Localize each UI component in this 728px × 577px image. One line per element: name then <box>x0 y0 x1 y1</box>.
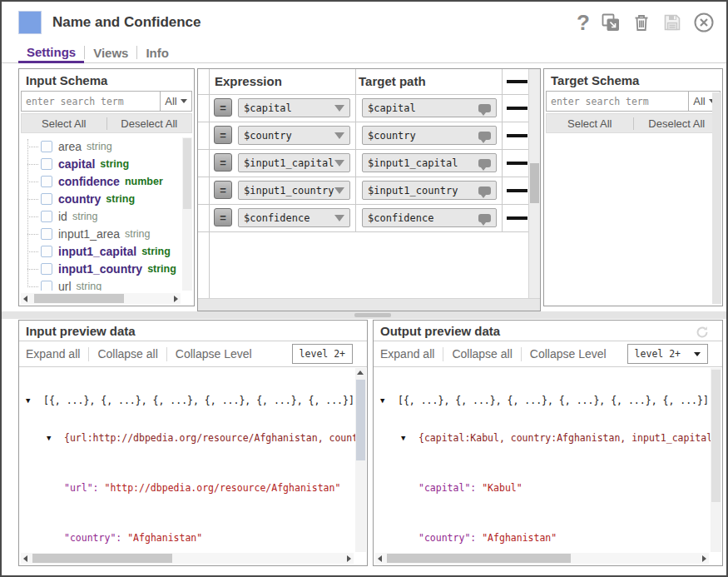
operator-button[interactable]: = <box>214 126 232 144</box>
field-checkbox[interactable] <box>41 158 52 170</box>
field-checkbox[interactable] <box>41 228 52 240</box>
delete-icon[interactable] <box>631 12 651 32</box>
collapse-level-button[interactable]: Collapse Level <box>176 347 252 361</box>
input-schema-search-input[interactable] <box>22 92 160 111</box>
splitter-handle[interactable] <box>354 313 391 317</box>
mapping-hscrollbar[interactable] <box>198 298 540 311</box>
remove-row-button[interactable] <box>507 216 527 220</box>
field-type: string <box>87 141 112 152</box>
expand-all-button[interactable]: Expand all <box>380 347 434 361</box>
field-type: string <box>125 228 151 240</box>
field-checkbox[interactable] <box>41 211 52 222</box>
target-path-field[interactable]: $country <box>362 126 497 145</box>
target-schema-vscrollbar[interactable] <box>712 92 721 304</box>
horizontal-splitter[interactable] <box>2 311 726 319</box>
tab-views[interactable]: Views <box>85 46 136 63</box>
scroll-left-icon[interactable] <box>23 555 27 562</box>
target-schema-search-row: All <box>546 91 721 112</box>
input-preview-vscrollbar[interactable] <box>355 368 366 552</box>
collapse-toggle-icon[interactable]: ▼ <box>380 395 398 407</box>
input-preview-panel: Input preview data Expand all Collapse a… <box>18 320 368 566</box>
input-schema-vscrollbar[interactable] <box>182 137 192 291</box>
remove-all-button[interactable] <box>507 80 527 83</box>
field-checkbox[interactable] <box>41 141 52 152</box>
scroll-right-icon[interactable] <box>702 555 706 562</box>
expand-all-button[interactable]: Expand all <box>26 347 80 361</box>
remove-row-button[interactable] <box>507 134 527 137</box>
help-icon[interactable]: ? <box>577 12 590 33</box>
save-icon[interactable] <box>662 12 682 32</box>
select-all-button[interactable]: Select All <box>547 117 634 130</box>
scroll-left-icon[interactable] <box>378 555 382 562</box>
input-schema-filter-dropdown[interactable]: All <box>160 92 191 111</box>
scrollbar-thumb[interactable] <box>711 370 721 502</box>
remove-row-button[interactable] <box>507 107 527 110</box>
collapse-toggle-icon[interactable]: ▼ <box>401 432 418 445</box>
json-entry-line: "capital": "Kabul" <box>374 482 711 495</box>
deselect-all-button[interactable]: Deselect All <box>634 117 721 130</box>
output-preview-vscrollbar[interactable] <box>711 368 721 552</box>
field-checkbox[interactable] <box>41 193 52 205</box>
target-schema-search-input[interactable] <box>547 92 688 111</box>
expression-dropdown[interactable]: $input1_country <box>238 181 350 200</box>
target-path-field[interactable]: $input1_country <box>362 181 497 200</box>
filter-label: All <box>165 95 176 107</box>
collapse-all-button[interactable]: Collapse all <box>452 347 512 361</box>
field-name: area <box>58 140 82 153</box>
field-name: input1_area <box>58 227 120 241</box>
remove-row-button[interactable] <box>507 189 527 192</box>
collapse-level-button[interactable]: Collapse Level <box>530 347 607 361</box>
scrollbar-thumb[interactable] <box>32 554 172 563</box>
export-icon[interactable] <box>601 12 621 32</box>
field-checkbox[interactable] <box>41 246 52 257</box>
output-preview-json-tree: ▼[{, ...}, {, ...}, {, ...}, {, ...}, {,… <box>374 367 711 552</box>
close-icon[interactable] <box>693 12 715 33</box>
scrollbar-thumb[interactable] <box>34 294 124 303</box>
expression-dropdown[interactable]: $input1_capital <box>238 153 350 172</box>
input-schema-hscrollbar[interactable] <box>21 293 181 304</box>
input-preview-hscrollbar[interactable] <box>21 553 354 564</box>
refresh-icon[interactable] <box>696 324 709 345</box>
operator-button[interactable]: = <box>214 98 232 117</box>
deselect-all-button[interactable]: Deselect All <box>107 117 192 130</box>
field-checkbox[interactable] <box>41 263 52 275</box>
expression-dropdown[interactable]: $country <box>238 126 350 145</box>
scrollbar-thumb[interactable] <box>387 554 571 563</box>
scrollbar-thumb[interactable] <box>356 380 365 460</box>
target-path-field[interactable]: $capital <box>362 98 497 117</box>
field-checkbox[interactable] <box>41 176 52 187</box>
expression-dropdown[interactable]: $confidence <box>238 208 350 227</box>
scroll-left-icon[interactable] <box>23 296 27 302</box>
json-key: "url": <box>64 482 99 494</box>
comment-bubble-icon[interactable] <box>478 104 491 112</box>
field-checkbox[interactable] <box>41 281 52 291</box>
mapping-vscrollbar[interactable] <box>528 69 540 299</box>
scrollbar-thumb[interactable] <box>530 163 539 203</box>
collapse-all-button[interactable]: Collapse all <box>97 347 157 361</box>
collapse-toggle-icon[interactable]: ▼ <box>26 395 43 407</box>
output-preview-hscrollbar[interactable] <box>375 553 709 564</box>
tab-info[interactable]: Info <box>137 46 177 63</box>
comment-bubble-icon[interactable] <box>478 187 491 195</box>
target-path-field[interactable]: $confidence <box>362 208 497 227</box>
comment-bubble-icon[interactable] <box>478 214 491 222</box>
collapse-toggle-icon[interactable]: ▼ <box>47 432 64 445</box>
comment-bubble-icon[interactable] <box>478 132 491 140</box>
scroll-right-icon[interactable] <box>347 555 351 562</box>
tab-settings[interactable]: Settings <box>18 45 84 63</box>
scroll-up-icon[interactable] <box>357 371 364 375</box>
comment-bubble-icon[interactable] <box>478 159 491 167</box>
select-all-button[interactable]: Select All <box>22 117 107 130</box>
level-selector[interactable]: level 2+ <box>292 344 353 364</box>
expression-dropdown[interactable]: $capital <box>238 98 350 117</box>
remove-row-button[interactable] <box>507 162 527 165</box>
scrollbar-thumb[interactable] <box>183 138 191 209</box>
field-type: string <box>100 158 129 170</box>
operator-button[interactable]: = <box>214 181 232 199</box>
level-selector[interactable]: level 2+ <box>627 344 708 364</box>
target-path-field[interactable]: $input1_capital <box>362 153 497 172</box>
scroll-right-icon[interactable] <box>174 296 178 302</box>
operator-button[interactable]: = <box>214 208 232 226</box>
operator-button[interactable]: = <box>214 153 232 172</box>
expression-value: $confidence <box>244 212 310 224</box>
